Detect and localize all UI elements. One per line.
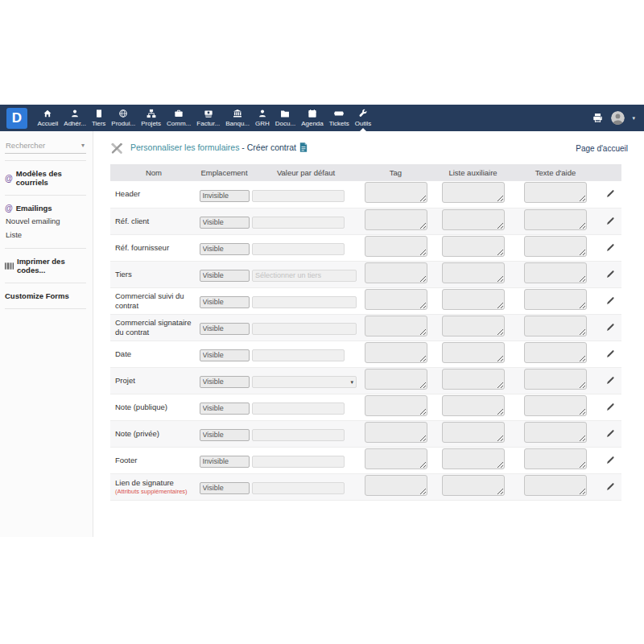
topnav-item-produits[interactable]: Produi...	[109, 105, 138, 131]
liste-auxiliaire-textarea[interactable]	[442, 289, 505, 310]
texte-aide-textarea[interactable]	[524, 448, 587, 469]
edit-pencil-icon[interactable]	[606, 241, 615, 254]
default-value-input[interactable]	[252, 456, 345, 468]
user-menu-caret-icon[interactable]: ▾	[632, 115, 635, 121]
tag-textarea[interactable]	[365, 369, 427, 390]
liste-auxiliaire-textarea[interactable]	[442, 422, 505, 443]
emplacement-input[interactable]	[200, 456, 250, 468]
dolibarr-logo[interactable]: D	[6, 108, 27, 129]
texte-aide-textarea[interactable]	[524, 209, 587, 230]
emplacement-input[interactable]	[200, 402, 250, 415]
tag-textarea[interactable]	[365, 395, 427, 416]
topnav-item-accueil[interactable]: Accueil	[35, 105, 61, 131]
edit-pencil-icon[interactable]	[606, 187, 615, 200]
topnav-item-tiers[interactable]: Tiers	[89, 105, 108, 131]
emplacement-input[interactable]	[200, 243, 250, 255]
field-name: Réf. client	[110, 208, 197, 234]
tag-textarea[interactable]	[365, 422, 427, 443]
edit-pencil-icon[interactable]	[606, 320, 615, 334]
liste-auxiliaire-textarea[interactable]	[442, 236, 505, 257]
topnav-item-commerce[interactable]: Comm...	[164, 105, 194, 131]
breadcrumb-link[interactable]: Personnaliser les formulaires	[130, 142, 239, 152]
topnav-item-agenda[interactable]: Agenda	[299, 105, 327, 131]
tag-textarea[interactable]	[365, 342, 427, 363]
liste-auxiliaire-textarea[interactable]	[442, 316, 505, 336]
tag-textarea[interactable]	[365, 289, 427, 310]
texte-aide-textarea[interactable]	[524, 316, 587, 336]
texte-aide-textarea[interactable]	[524, 395, 587, 416]
topnav-item-facturation[interactable]: Factur...	[194, 105, 223, 131]
emplacement-input[interactable]	[200, 270, 250, 282]
liste-auxiliaire-textarea[interactable]	[442, 395, 505, 416]
home-page-link[interactable]: Page d'accueil	[576, 144, 628, 153]
edit-pencil-icon[interactable]	[606, 214, 615, 228]
topnav-item-adherents[interactable]: Adhér...	[61, 105, 89, 131]
emplacement-input[interactable]	[200, 482, 250, 494]
default-value-input[interactable]	[252, 482, 345, 494]
emplacement-input[interactable]	[200, 429, 250, 441]
default-value-input[interactable]	[252, 429, 345, 441]
edit-pencil-icon[interactable]	[606, 267, 615, 281]
liste-auxiliaire-textarea[interactable]	[442, 369, 505, 390]
tag-textarea[interactable]	[365, 236, 427, 257]
edit-pencil-icon[interactable]	[606, 347, 615, 361]
topnav-item-projets[interactable]: Projets	[138, 105, 164, 131]
at-icon: @	[5, 204, 13, 213]
user-avatar[interactable]	[611, 111, 625, 125]
emplacement-input[interactable]	[200, 376, 250, 388]
sidebar-item-modeles-courriels[interactable]: @ Modèles des courriels	[5, 167, 86, 188]
sidebar-search-select[interactable]: Rechercher ▾	[5, 141, 86, 154]
default-value-input[interactable]	[252, 323, 357, 335]
sidebar-item-nouvel-emailing[interactable]: Nouvel emailing	[5, 214, 86, 228]
emplacement-input[interactable]	[200, 217, 250, 229]
default-value-select[interactable]: ▾	[252, 376, 357, 388]
emplacement-input[interactable]	[200, 323, 250, 335]
default-value-input[interactable]	[252, 349, 345, 361]
topnav-item-documents[interactable]: Docu...	[272, 105, 298, 131]
default-value-input[interactable]	[252, 217, 345, 229]
edit-pencil-icon[interactable]	[606, 480, 615, 493]
emplacement-input[interactable]	[200, 349, 250, 361]
tag-textarea[interactable]	[365, 262, 427, 283]
liste-auxiliaire-textarea[interactable]	[442, 209, 505, 230]
default-value-input[interactable]	[252, 243, 345, 255]
sidebar-item-customize-forms[interactable]: Customize Forms	[5, 290, 86, 302]
tag-textarea[interactable]	[365, 475, 427, 496]
tag-textarea[interactable]	[365, 316, 427, 336]
topnav-item-tickets[interactable]: Tickets	[326, 105, 352, 131]
liste-auxiliaire-textarea[interactable]	[442, 182, 505, 203]
default-value-input[interactable]	[252, 402, 345, 415]
topnav-item-grh[interactable]: GRH	[253, 105, 273, 131]
texte-aide-textarea[interactable]	[524, 369, 587, 390]
emplacement-input[interactable]	[200, 190, 250, 202]
edit-pencil-icon[interactable]	[606, 427, 615, 440]
liste-auxiliaire-textarea[interactable]	[442, 448, 505, 469]
texte-aide-textarea[interactable]	[524, 342, 587, 363]
default-value-input[interactable]	[252, 270, 357, 282]
liste-auxiliaire-textarea[interactable]	[442, 475, 505, 496]
topnav-item-outils[interactable]: Outils	[352, 105, 374, 131]
texte-aide-textarea[interactable]	[524, 475, 587, 496]
edit-pencil-icon[interactable]	[606, 453, 615, 467]
tag-textarea[interactable]	[365, 182, 427, 203]
emplacement-input[interactable]	[200, 296, 250, 308]
sidebar-item-emailings[interactable]: @ Emailings	[5, 202, 86, 214]
liste-auxiliaire-textarea[interactable]	[442, 342, 505, 363]
edit-pencil-icon[interactable]	[606, 400, 615, 414]
texte-aide-textarea[interactable]	[524, 262, 587, 283]
texte-aide-textarea[interactable]	[524, 422, 587, 443]
sidebar-item-imprimer-codes[interactable]: Imprimer des codes...	[5, 255, 86, 276]
liste-auxiliaire-textarea[interactable]	[442, 262, 505, 283]
default-value-input[interactable]	[252, 296, 357, 308]
default-value-input[interactable]	[252, 190, 345, 202]
sidebar-item-liste[interactable]: Liste	[5, 228, 86, 242]
tag-textarea[interactable]	[365, 448, 427, 469]
topnav-item-banque[interactable]: Banqu...	[223, 105, 253, 131]
texte-aide-textarea[interactable]	[524, 289, 587, 310]
edit-pencil-icon[interactable]	[606, 294, 615, 308]
texte-aide-textarea[interactable]	[524, 182, 587, 203]
tag-textarea[interactable]	[365, 209, 427, 230]
edit-pencil-icon[interactable]	[606, 374, 615, 387]
texte-aide-textarea[interactable]	[524, 236, 587, 257]
print-icon[interactable]	[592, 112, 604, 124]
